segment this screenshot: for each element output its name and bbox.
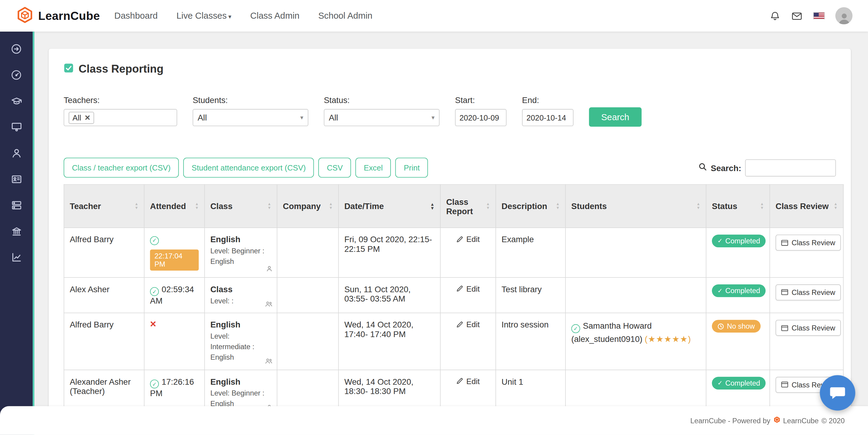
- nav-dashboard[interactable]: Dashboard: [114, 11, 158, 21]
- learncube-cube-icon: [17, 6, 33, 25]
- table-search-label: Search:: [711, 163, 741, 172]
- cell-class: Class Level: :: [205, 277, 277, 313]
- sort-icon[interactable]: ▲▼: [696, 202, 701, 210]
- sort-icon[interactable]: ▲▼: [486, 202, 490, 210]
- presentation-icon: [10, 121, 22, 135]
- cell-status: No show: [706, 313, 770, 370]
- col-company[interactable]: Company▲▼: [277, 185, 338, 228]
- end-label: End:: [522, 95, 574, 104]
- table-search-input[interactable]: [745, 159, 836, 176]
- edit-report-link[interactable]: Edit: [456, 235, 479, 243]
- cell-students: [565, 228, 706, 277]
- sort-icon-active[interactable]: ▲▼: [430, 202, 435, 210]
- table-row: Alex Asher ✓02:59:34 AM Class Level: :: [64, 277, 843, 313]
- cell-attended: ×: [144, 313, 204, 370]
- sort-icon[interactable]: ▲▼: [556, 202, 560, 210]
- chat-launcher[interactable]: [820, 375, 855, 411]
- sidebar-item-dashboard[interactable]: [0, 63, 33, 89]
- sort-icon[interactable]: ▲▼: [267, 202, 271, 210]
- filter-start: Start:: [455, 95, 507, 126]
- chip-close-icon[interactable]: ✕: [84, 113, 90, 122]
- export-class-teacher-button[interactable]: Class / teacher export (CSV): [64, 158, 179, 177]
- col-status[interactable]: Status▲▼: [706, 185, 770, 228]
- cell-company: [277, 277, 338, 313]
- excel-button[interactable]: Excel: [355, 158, 391, 177]
- cell-description: Test library: [496, 277, 565, 313]
- sort-icon[interactable]: ▲▼: [760, 202, 764, 210]
- teachers-chip-label: All: [73, 113, 82, 122]
- notifications-bell-icon[interactable]: [770, 10, 781, 22]
- sort-icon[interactable]: ▲▼: [134, 202, 138, 210]
- pencil-icon: [456, 377, 464, 385]
- chevron-down-icon: ▾: [432, 114, 435, 121]
- cell-status: ✓Completed: [706, 277, 770, 313]
- sidebar-item-reporting[interactable]: [0, 245, 33, 271]
- user-avatar[interactable]: [835, 7, 852, 24]
- sidebar-item-library[interactable]: [0, 219, 33, 245]
- brand-logo[interactable]: LearnCube: [17, 6, 100, 25]
- col-class[interactable]: Class▲▼: [205, 185, 277, 228]
- col-attended[interactable]: Attended▲▼: [144, 185, 204, 228]
- cell-company: [277, 228, 338, 277]
- col-class-review[interactable]: Class Review▲▼: [770, 185, 843, 228]
- col-datetime[interactable]: Date/Time▲▼: [338, 185, 440, 228]
- cell-attended: ✓02:59:34 AM: [144, 277, 204, 313]
- cell-description: Example: [496, 228, 565, 277]
- group-class-icon: [265, 357, 273, 366]
- col-class-report[interactable]: Class Report▲▼: [440, 185, 496, 228]
- end-date-input[interactable]: [522, 109, 574, 126]
- export-attendance-button[interactable]: Student attendance export (CSV): [183, 158, 314, 177]
- sort-icon[interactable]: ▲▼: [329, 202, 333, 210]
- check-icon: ✓: [717, 238, 722, 244]
- sort-icon[interactable]: ▲▼: [834, 202, 838, 210]
- status-select[interactable]: All ▾: [324, 109, 439, 126]
- class-report-table: Teacher▲▼ Attended▲▼ Class▲▼ Company▲▼ D…: [64, 185, 844, 416]
- pencil-icon: [456, 236, 464, 243]
- students-select[interactable]: All ▾: [193, 109, 308, 126]
- cell-class: English Level: Beginner : English: [205, 228, 277, 277]
- col-description[interactable]: Description▲▼: [496, 185, 565, 228]
- app: LearnCube Dashboard Live Classes▾ Class …: [0, 0, 868, 435]
- nav-class-admin[interactable]: Class Admin: [250, 11, 299, 21]
- teachers-multiselect[interactable]: All ✕: [64, 109, 177, 126]
- sidebar: [0, 32, 34, 435]
- class-review-button[interactable]: Class Review: [775, 320, 841, 336]
- review-card-icon: [781, 381, 788, 388]
- sidebar-item-accounts[interactable]: [0, 167, 33, 193]
- sidebar-item-schedule[interactable]: [0, 193, 33, 219]
- cell-class: English Level: Intermediate : English: [205, 313, 277, 370]
- page-title: Class Reporting: [79, 63, 164, 75]
- table-row: Alfred Barry × English Level: Intermedia…: [64, 313, 843, 370]
- sidebar-item-students[interactable]: [0, 141, 33, 167]
- sidebar-item-teachers[interactable]: [0, 89, 33, 115]
- edit-report-link[interactable]: Edit: [456, 377, 479, 386]
- nav-school-admin[interactable]: School Admin: [318, 11, 373, 21]
- clock-icon: [717, 323, 724, 330]
- nav-live-classes[interactable]: Live Classes▾: [177, 11, 231, 21]
- chevron-down-icon: ▾: [300, 114, 303, 121]
- server-rows-icon: [10, 199, 22, 213]
- edit-report-link[interactable]: Edit: [456, 320, 479, 329]
- chat-bubble-icon: [829, 385, 846, 400]
- search-button[interactable]: Search: [589, 107, 641, 127]
- csv-button[interactable]: CSV: [318, 158, 351, 177]
- cell-teacher: Alex Asher: [64, 277, 144, 313]
- sidebar-item-classes[interactable]: [0, 115, 33, 141]
- print-button[interactable]: Print: [396, 158, 428, 177]
- class-review-button[interactable]: Class Review: [775, 284, 841, 300]
- attended-check-icon: ✓: [150, 380, 159, 389]
- language-flag-us[interactable]: [813, 12, 825, 19]
- attended-time-badge: 22:17:04 PM: [150, 249, 199, 270]
- class-review-button[interactable]: Class Review: [775, 235, 841, 250]
- page-title-row: Class Reporting: [64, 63, 836, 75]
- messages-envelope-icon[interactable]: [791, 10, 803, 22]
- cell-teacher: Alfred Barry: [64, 313, 144, 370]
- start-date-input[interactable]: [455, 109, 507, 126]
- col-teacher[interactable]: Teacher▲▼: [64, 185, 144, 228]
- sidebar-item-enter-class[interactable]: [0, 37, 33, 63]
- student-entry: ✓Samantha Howard (alex_student0910) (★★★…: [571, 320, 701, 345]
- edit-report-link[interactable]: Edit: [456, 284, 479, 293]
- sort-icon[interactable]: ▲▼: [195, 202, 199, 210]
- col-students[interactable]: Students▲▼: [565, 185, 706, 228]
- individual-class-icon: [266, 264, 273, 273]
